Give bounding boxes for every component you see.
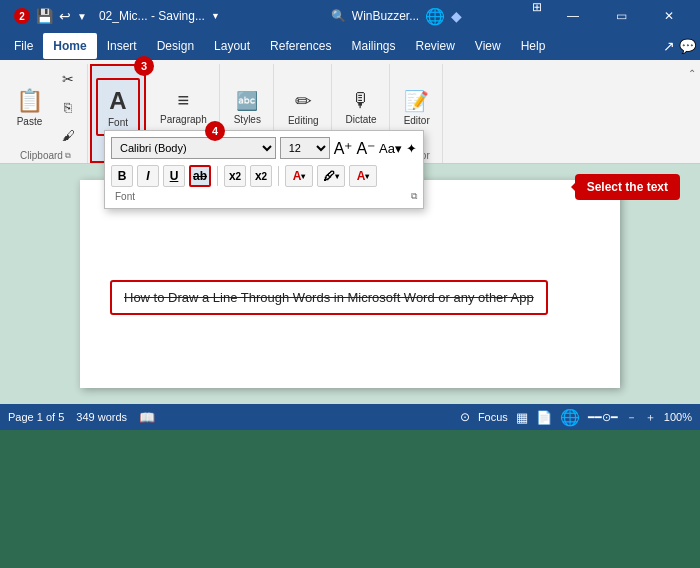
menu-home[interactable]: Home xyxy=(43,33,96,59)
editor-label: Editor xyxy=(404,115,430,126)
titlebar-left: 2 💾 ↩ ▼ 02_Mic... - Saving... ▼ xyxy=(8,8,267,24)
chevron-down-icon[interactable]: ▼ xyxy=(211,11,220,21)
font-grow-icon[interactable]: A⁺ xyxy=(334,139,353,158)
app-name: WinBuzzer... xyxy=(352,9,419,23)
editor-button[interactable]: 📝 Editor xyxy=(396,78,438,136)
focus-label[interactable]: Focus xyxy=(478,411,508,423)
read-mode-icon[interactable]: 📄 xyxy=(536,410,552,425)
zoom-minus[interactable]: － xyxy=(626,410,637,425)
statusbar-right: ⊙ Focus ▦ 📄 🌐 ━━⊙━ － ＋ 100% xyxy=(460,408,692,427)
zoom-level: 100% xyxy=(664,411,692,423)
subscript-button[interactable]: x2 xyxy=(224,165,246,187)
copy-button[interactable]: ⎘ xyxy=(53,94,83,120)
font-color2-dropdown[interactable]: ▾ xyxy=(365,172,369,181)
diamond-icon: ◆ xyxy=(451,8,462,24)
text-highlight-button[interactable]: 🖊 ▾ xyxy=(317,165,345,187)
underline-button[interactable]: U xyxy=(163,165,185,187)
bold-button[interactable]: B xyxy=(111,165,133,187)
clipboard-items: 📋 Paste ✂ ⎘ 🖌 xyxy=(8,66,83,148)
tooltip-container: 1 Select the text xyxy=(575,174,680,200)
styles-button[interactable]: 🔤 Styles xyxy=(226,78,269,136)
paragraph-label: Paragraph xyxy=(160,114,207,125)
doc-page: How to Draw a Line Through Words in Micr… xyxy=(80,180,620,388)
minimize-button[interactable]: — xyxy=(550,0,596,32)
titlebar: 2 💾 ↩ ▼ 02_Mic... - Saving... ▼ 🔍 WinBuz… xyxy=(0,0,700,32)
paste-button[interactable]: 📋 Paste xyxy=(8,78,51,136)
zoom-slider[interactable]: ━━⊙━ xyxy=(588,411,618,424)
clipboard-expand-icon[interactable]: ⧉ xyxy=(65,151,71,161)
font-name-select[interactable]: Calibri (Body) xyxy=(111,137,276,159)
superscript-button[interactable]: x2 xyxy=(250,165,272,187)
format-painter-icon: 🖌 xyxy=(62,128,75,143)
share-icon[interactable]: ↗ xyxy=(663,38,675,54)
menu-help[interactable]: Help xyxy=(511,33,556,59)
winbuzzer-logo: 🌐 xyxy=(425,7,445,26)
menu-layout[interactable]: Layout xyxy=(204,33,260,59)
italic-button[interactable]: I xyxy=(137,165,159,187)
font-case-icon[interactable]: Aa▾ xyxy=(379,141,402,156)
menu-file[interactable]: File xyxy=(4,33,43,59)
copy-icon: ⎘ xyxy=(64,100,72,115)
focus-icon[interactable]: ⊙ xyxy=(460,410,470,424)
close-button[interactable]: ✕ xyxy=(646,0,692,32)
menu-design[interactable]: Design xyxy=(147,33,204,59)
menubar-right: ↗ 💬 xyxy=(663,38,696,54)
styles-icon: 🔤 xyxy=(236,90,258,112)
editing-label: Editing xyxy=(288,115,319,126)
fmt-separator xyxy=(217,166,218,186)
strikethrough-button[interactable]: ab xyxy=(189,165,211,187)
paste-label: Paste xyxy=(17,116,43,127)
editing-icon: ✏ xyxy=(295,89,312,113)
window-controls: ⊞ — ▭ ✕ xyxy=(526,0,692,32)
menu-review[interactable]: Review xyxy=(405,33,464,59)
cut-button[interactable]: ✂ xyxy=(53,66,83,92)
paragraph-icon: ≡ xyxy=(178,89,190,112)
dictate-icon: 🎙 xyxy=(351,89,371,112)
dictate-button[interactable]: 🎙 Dictate xyxy=(338,78,385,136)
collapse-ribbon[interactable]: ⌃ xyxy=(688,64,696,163)
menu-references[interactable]: References xyxy=(260,33,341,59)
annotation-badge-4: 4 xyxy=(205,121,225,141)
layout-view-icon[interactable]: ▦ xyxy=(516,410,528,425)
save-icon[interactable]: 💾 xyxy=(36,8,53,24)
statusbar: Page 1 of 5 349 words 📖 ⊙ Focus ▦ 📄 🌐 ━━… xyxy=(0,404,700,430)
font-color2-button[interactable]: A ▾ xyxy=(349,165,377,187)
font-shrink-icon[interactable]: A⁻ xyxy=(356,139,375,158)
font-label: Font xyxy=(108,117,128,128)
editing-button[interactable]: ✏ Editing xyxy=(280,78,327,136)
font-dialog: 4 Calibri (Body) 12 A⁺ A⁻ Aa▾ ✦ B I U ab… xyxy=(104,130,424,209)
customize-icon[interactable]: ▼ xyxy=(77,11,87,22)
undo-icon[interactable]: ↩ xyxy=(59,8,71,24)
font-button[interactable]: A Font xyxy=(96,78,140,136)
menu-view[interactable]: View xyxy=(465,33,511,59)
winbuzzer-status-logo: 🌐 xyxy=(560,408,580,427)
strikethrough-box: How to Draw a Line Through Words in Micr… xyxy=(110,280,548,315)
document-content[interactable]: How to Draw a Line Through Words in Micr… xyxy=(110,220,590,315)
zoom-plus[interactable]: ＋ xyxy=(645,410,656,425)
highlight-icon: 🖊 xyxy=(323,169,335,183)
page-info: Page 1 of 5 xyxy=(8,411,64,423)
document-text[interactable]: How to Draw a Line Through Words in Micr… xyxy=(124,290,534,305)
menu-insert[interactable]: Insert xyxy=(97,33,147,59)
word-count: 349 words xyxy=(76,411,127,423)
quick-access-toolbar: 2 💾 ↩ ▼ xyxy=(8,8,93,24)
window-icon: ⊞ xyxy=(526,0,548,32)
editor-icon: 📝 xyxy=(404,89,429,113)
font-dialog-label: Font ⧉ xyxy=(111,191,417,202)
font-color-button[interactable]: A ▾ xyxy=(285,165,313,187)
clear-format-icon[interactable]: ✦ xyxy=(406,141,417,156)
font-size-select[interactable]: 12 xyxy=(280,137,330,159)
menu-mailings[interactable]: Mailings xyxy=(341,33,405,59)
clipboard-label: Clipboard ⧉ xyxy=(20,150,71,161)
tooltip-text: Select the text xyxy=(587,180,668,194)
search-icon: 🔍 xyxy=(331,9,346,23)
maximize-button[interactable]: ▭ xyxy=(598,0,644,32)
proofing-icon: 📖 xyxy=(139,410,155,425)
styles-label: Styles xyxy=(234,114,261,125)
comments-icon[interactable]: 💬 xyxy=(679,38,696,54)
badge-number-2: 2 xyxy=(14,8,30,24)
font-dialog-expand[interactable]: ⧉ xyxy=(411,191,417,202)
format-painter-button[interactable]: 🖌 xyxy=(53,122,83,148)
font-color-dropdown[interactable]: ▾ xyxy=(301,172,305,181)
highlight-dropdown[interactable]: ▾ xyxy=(335,172,339,181)
